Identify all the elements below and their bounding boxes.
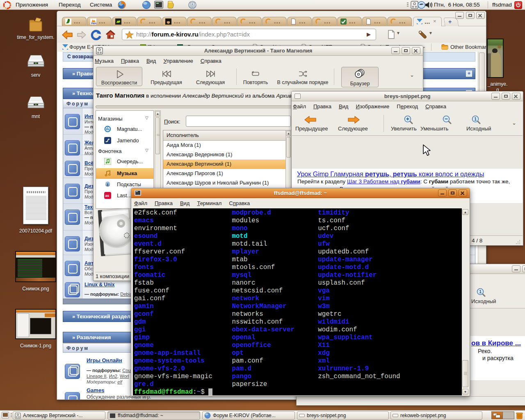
svg-text:1: 1: [479, 289, 482, 294]
svg-text:1: 1: [474, 116, 477, 121]
svg-text:PMA: PMA: [91, 22, 96, 25]
svg-text:as: as: [105, 194, 110, 198]
